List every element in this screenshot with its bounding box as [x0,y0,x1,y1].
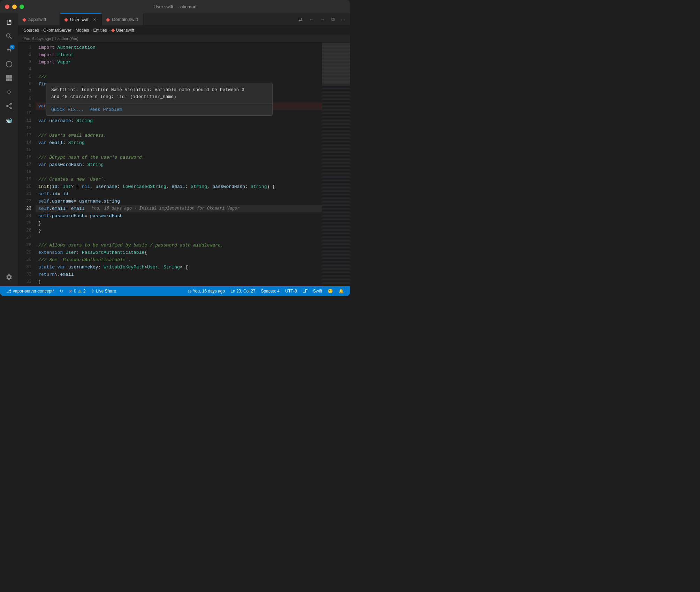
line-num-15: 15 [18,146,31,154]
encoding-item[interactable]: UTF-8 [282,286,300,296]
line-num-31: 31 [18,264,31,271]
line-num-4: 4 [18,66,31,73]
sidebar-item-files[interactable] [3,16,15,29]
tooltip-actions: Quick Fix... Peek Problem [46,104,272,115]
code-line-24: self.passwordHash = passwordHash [36,212,322,220]
code-area[interactable]: import Authentication import Fluent impo… [36,43,322,286]
breadcrumb-entities[interactable]: Entities [93,28,107,33]
code-line-25: } [36,220,322,227]
live-share-label: Live Share [96,289,116,294]
tab-app-swift-label: app.swift [28,17,46,22]
line-num-2: 2 [18,51,31,59]
sidebar-item-git-graph[interactable] [3,86,15,98]
code-line-13: /// User's email address. [36,132,322,139]
code-line-15 [36,146,322,154]
code-line-2: import Fluent [36,51,322,59]
tab-user-swift-label: User.swift [70,17,90,22]
breadcrumb-swift-icon: ◆ [111,28,115,33]
editor-content[interactable]: 1 2 3 4 5 6 7 8 9 10 11 12 13 14 15 16 1… [18,43,350,286]
line-num-6: 6 [18,81,31,88]
sidebar-item-debug[interactable] [3,58,15,70]
tooltip-body: SwiftLint: Identifier Name Violation: Va… [46,83,272,104]
code-line-31: static var usernameKey: WritableKeyPath<… [36,264,322,271]
line-num-9: 9 [18,103,31,110]
breadcrumb-okomari-server[interactable]: OkomariServer [43,28,71,33]
line-ending-item[interactable]: LF [300,286,310,296]
more-actions[interactable]: ··· [340,16,347,23]
code-line-18 [36,168,322,176]
position-text: Ln 23, Col 27 [230,289,255,294]
breadcrumb-user-swift[interactable]: User.swift [116,28,134,33]
minimap-slider[interactable] [322,43,350,84]
spaces-item[interactable]: Spaces: 4 [258,286,282,296]
errors-item[interactable]: ✕ 0 ⚠ 2 [66,286,88,296]
code-line-34 [36,286,322,286]
line-num-19: 19 [18,176,31,183]
breadcrumb: Sources › OkomariServer › Models › Entit… [18,26,350,35]
line-num-27: 27 [18,234,31,242]
go-forward-action[interactable]: → [319,16,326,23]
code-line-26: } [36,227,322,234]
git-branch-item[interactable]: ⎇ vapor-server-concept* [3,286,57,296]
line-num-16: 16 [18,154,31,161]
settings-icon[interactable] [3,271,15,283]
live-share-item[interactable]: ⇧ Live Share [88,286,119,296]
git-author-item[interactable]: ◎ You, 16 days ago [185,286,228,296]
bell-icon: 🔔 [338,289,344,294]
minimap[interactable] [322,43,350,286]
smiley-item[interactable]: 🙂 [325,286,336,296]
code-line-29: extension User: PasswordAuthenticatable … [36,249,322,256]
line-num-12: 12 [18,124,31,132]
line-ending-text: LF [303,289,307,294]
git-author-icon: ◎ [188,289,191,294]
tab-close-button[interactable]: ✕ [92,17,97,22]
smiley-icon: 🙂 [328,289,333,294]
git-author-text: You, 16 days ago [193,289,225,294]
go-back-action[interactable]: ← [307,16,315,23]
peek-problem-button[interactable]: Peek Problem [90,106,122,113]
code-line-16: /// BCrypt hash of the user's password. [36,154,322,161]
breadcrumb-sources[interactable]: Sources [24,28,39,33]
sidebar-item-source-control[interactable]: 1 [3,44,15,56]
position-item[interactable]: Ln 23, Col 27 [228,286,258,296]
window-title: User.swift — okomari [154,4,197,9]
line-num-22: 22 [18,198,31,205]
sidebar-item-extensions[interactable] [3,72,15,84]
line-num-26: 26 [18,227,31,234]
live-share-icon: ⇧ [91,289,94,294]
language-item[interactable]: Swift [310,286,325,296]
tab-app-swift[interactable]: ◆ app.swift [18,13,60,25]
code-line-22: self.username = username.string [36,198,322,205]
tooltip-card: SwiftLint: Identifier Name Violation: Va… [46,83,273,116]
close-button[interactable] [5,5,9,9]
maximize-button[interactable] [20,5,24,9]
tab-domain-swift[interactable]: ◆ Domain.swift [102,13,144,25]
app-swift-icon: ◆ [22,17,26,22]
tab-user-swift[interactable]: ◆ User.swift ✕ [60,13,102,25]
sidebar-item-docker[interactable]: 🐋 [3,114,15,126]
sync-item[interactable]: ↻ [57,286,66,296]
line-num-8: 8 [18,95,31,103]
line-num-24: 24 [18,212,31,220]
sidebar-item-search[interactable] [3,30,15,43]
breadcrumb-models[interactable]: Models [76,28,89,33]
code-line-11: var username: String [36,117,322,124]
quick-fix-button[interactable]: Quick Fix... [51,106,84,113]
line-num-13: 13 [18,132,31,139]
line-num-7: 7 [18,88,31,95]
line-num-3: 3 [18,59,31,66]
line-num-20: 20 [18,183,31,190]
bell-item[interactable]: 🔔 [336,286,347,296]
tab-domain-swift-label: Domain.swift [112,17,138,22]
code-line-23: self.email = emailYou, 16 days ago · Ini… [36,205,322,212]
source-control-action[interactable]: ⇄ [297,16,304,23]
code-line-27 [36,234,322,242]
titlebar: User.swift — okomari [0,0,350,13]
split-editor-action[interactable]: ⧉ [330,16,336,23]
code-line-32: return \.email [36,271,322,278]
sidebar-item-live-share[interactable] [3,100,15,112]
minimize-button[interactable] [12,5,17,9]
minimap-content [322,43,350,286]
encoding-text: UTF-8 [285,289,297,294]
line-num-17: 17 [18,161,31,168]
